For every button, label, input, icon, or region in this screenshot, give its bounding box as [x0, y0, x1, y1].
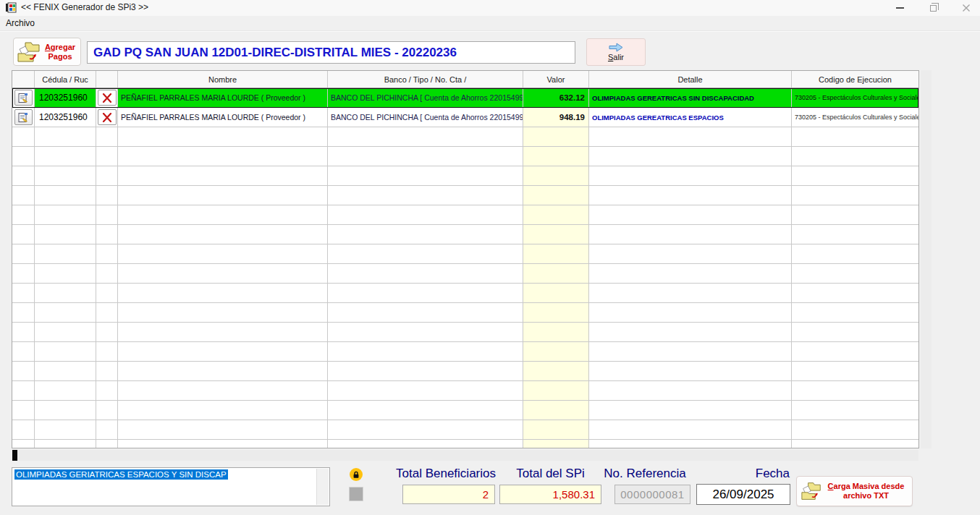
- row-cell-delete: [96, 108, 118, 127]
- cell-empty: [96, 127, 118, 146]
- cell-banco[interactable]: BANCO DEL PICHINCHA [ Cuenta de Ahorros …: [328, 108, 523, 127]
- cell-empty: [792, 420, 918, 439]
- cell-empty: [35, 440, 96, 448]
- cell-empty: [589, 342, 792, 361]
- close-button[interactable]: [951, 0, 980, 16]
- maximize-icon: [930, 5, 937, 12]
- cell-empty-valor: [523, 186, 589, 205]
- cell-empty-valor: [523, 284, 589, 302]
- menubar: Archivo: [0, 16, 980, 31]
- maximize-button[interactable]: [918, 0, 948, 16]
- cell-empty: [792, 284, 918, 302]
- delete-row-button[interactable]: [98, 109, 117, 125]
- textarea-scrollbar[interactable]: [316, 469, 329, 505]
- col-header-cedula: Cédula / Ruc: [35, 71, 96, 88]
- cell-empty: [328, 264, 523, 283]
- cell-empty: [96, 166, 118, 185]
- cell-empty: [792, 244, 918, 263]
- referencia-label: No. Referencia: [599, 467, 690, 481]
- selected-text: OLIMPIADAS GERIATRICAS ESPACIOS Y SIN DI…: [14, 469, 228, 480]
- cell-banco[interactable]: BANCO DEL PICHINCHA [ Cuenta de Ahorros …: [328, 88, 523, 107]
- table-row-empty: [12, 440, 918, 448]
- table-row-empty: [12, 264, 918, 284]
- cell-empty: [96, 284, 118, 302]
- cell-cedula[interactable]: 1203251960: [35, 108, 96, 127]
- grid-vertical-scrollbar[interactable]: [921, 70, 932, 448]
- app-icon: [6, 2, 17, 16]
- cell-empty: [328, 225, 523, 244]
- cell-empty: [118, 186, 328, 205]
- cell-empty: [118, 420, 328, 439]
- table-row[interactable]: 1203251960 PEÑAFIEL PARRALES MARIA LOURD…: [12, 88, 918, 108]
- table-row[interactable]: 1203251960 PEÑAFIEL PARRALES MARIA LOURD…: [12, 108, 918, 127]
- col-header-codigo: Codigo de Ejecucion: [792, 71, 918, 88]
- cell-empty-valor: [523, 420, 589, 439]
- cell-empty: [12, 127, 35, 146]
- edit-record-button[interactable]: [14, 90, 33, 106]
- cell-empty: [589, 225, 792, 244]
- cell-empty: [12, 381, 35, 400]
- agregar-pagos-button[interactable]: Agregar Pagos: [13, 38, 81, 66]
- spi-title-field[interactable]: GAD PQ SAN JUAN 12D01-DIREC-DISTRITAL MI…: [87, 41, 575, 64]
- cell-empty: [35, 244, 96, 263]
- salir-button[interactable]: Salir: [586, 38, 646, 66]
- cell-empty-valor: [523, 362, 589, 380]
- cell-empty: [12, 244, 35, 263]
- cell-empty-valor: [523, 166, 589, 185]
- cell-empty: [35, 264, 96, 283]
- col-header-detalle: Detalle: [589, 71, 792, 88]
- cell-empty: [12, 440, 35, 448]
- cell-empty: [96, 323, 118, 341]
- cell-detalle[interactable]: OLIMPIADAS GEREATRICAS ESPACIOS: [589, 108, 792, 127]
- cell-empty: [35, 342, 96, 361]
- cell-empty-valor: [523, 381, 589, 400]
- minimize-button[interactable]: [884, 0, 915, 16]
- cell-valor[interactable]: 632.12: [523, 88, 589, 107]
- edit-record-button[interactable]: [14, 109, 33, 125]
- cell-empty: [118, 362, 328, 380]
- fecha-field[interactable]: 26/09/2025: [696, 484, 790, 505]
- table-row-empty: [12, 225, 918, 244]
- cell-nombre[interactable]: PEÑAFIEL PARRALES MARIA LOURDE ( Proveed…: [118, 108, 328, 127]
- cell-empty: [118, 401, 328, 420]
- scrollbar-thumb[interactable]: [12, 450, 17, 461]
- fecha-label: Fecha: [720, 467, 790, 481]
- cell-empty: [12, 323, 35, 341]
- carga-masiva-button[interactable]: Carga Masiva desde archivo TXT: [796, 476, 913, 506]
- cell-cedula[interactable]: 1203251960: [35, 88, 96, 107]
- cell-empty: [35, 166, 96, 185]
- cell-empty: [12, 362, 35, 380]
- cell-empty: [118, 166, 328, 185]
- cell-empty: [12, 166, 35, 185]
- cell-empty: [96, 342, 118, 361]
- table-row-empty: [12, 381, 918, 401]
- row-cell-edit: [12, 88, 35, 107]
- cell-empty: [328, 362, 523, 380]
- cell-empty: [96, 147, 118, 166]
- cell-empty: [328, 303, 523, 322]
- cell-detalle[interactable]: OLIMPIADAS GEREATRICAS SIN DISCAPACIDAD: [589, 88, 792, 107]
- col-header-nombre: Nombre: [118, 71, 328, 88]
- cell-empty: [589, 166, 792, 185]
- cell-empty: [792, 440, 918, 448]
- total-beneficiarios-value: 2: [402, 485, 495, 504]
- cell-codigo[interactable]: 730205 - Espectáculos Culturales y Socia…: [792, 88, 918, 107]
- cell-nombre[interactable]: PEÑAFIEL PARRALES MARIA LOURDE ( Proveed…: [118, 88, 328, 107]
- cell-empty: [35, 362, 96, 380]
- cell-empty: [589, 303, 792, 322]
- cell-valor[interactable]: 948.19: [523, 108, 589, 127]
- cell-empty: [96, 244, 118, 263]
- carga-masiva-label: Carga Masiva desde archivo TXT: [823, 482, 909, 501]
- grid-horizontal-scrollbar[interactable]: [12, 450, 918, 461]
- table-row-empty: [12, 420, 918, 440]
- menu-archivo[interactable]: Archivo: [0, 16, 41, 30]
- cell-codigo[interactable]: 730205 - Espectáculos Culturales y Socia…: [792, 108, 918, 127]
- cell-empty: [12, 205, 35, 224]
- detalle-textarea[interactable]: OLIMPIADAS GERIATRICAS ESPACIOS Y SIN DI…: [12, 467, 330, 506]
- cell-empty: [118, 381, 328, 400]
- cell-empty: [792, 147, 918, 166]
- cell-empty: [35, 127, 96, 146]
- cell-empty: [96, 264, 118, 283]
- cell-empty: [792, 401, 918, 420]
- delete-row-button[interactable]: [98, 90, 117, 106]
